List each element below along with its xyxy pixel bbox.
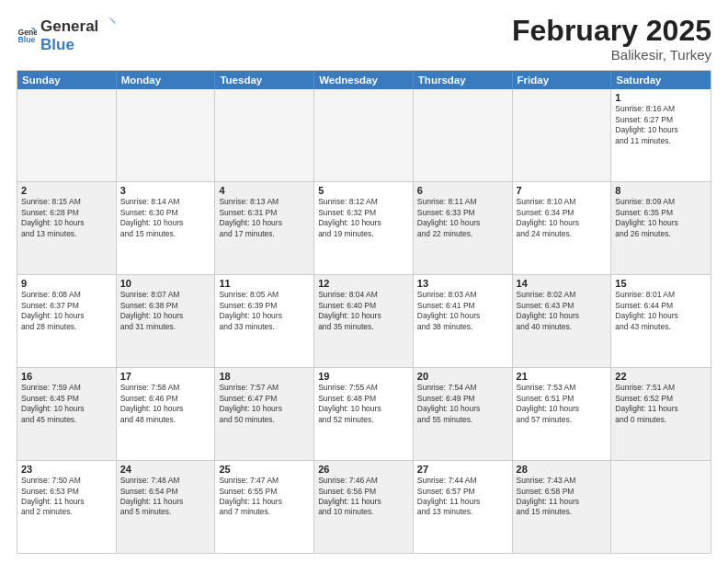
day-number-19: 19 bbox=[318, 371, 409, 382]
cal-cell-4-5: 28Sunrise: 7:43 AM Sunset: 6:58 PM Dayli… bbox=[513, 461, 612, 553]
cell-text-1-5: Sunrise: 8:10 AM Sunset: 6:34 PM Dayligh… bbox=[517, 197, 608, 239]
cal-cell-1-0: 2Sunrise: 8:15 AM Sunset: 6:28 PM Daylig… bbox=[17, 182, 117, 274]
cal-cell-3-1: 17Sunrise: 7:58 AM Sunset: 6:46 PM Dayli… bbox=[117, 368, 216, 460]
header-cell-thursday: Thursday bbox=[414, 71, 513, 89]
day-number-23: 23 bbox=[21, 464, 112, 475]
cal-cell-2-1: 10Sunrise: 8:07 AM Sunset: 6:38 PM Dayli… bbox=[117, 275, 216, 367]
cell-text-2-4: Sunrise: 8:03 AM Sunset: 6:41 PM Dayligh… bbox=[417, 290, 508, 332]
day-number-7: 7 bbox=[517, 185, 608, 196]
logo-wordmark: General Blue bbox=[40, 15, 117, 54]
cal-cell-0-5 bbox=[513, 89, 612, 181]
cal-cell-2-5: 14Sunrise: 8:02 AM Sunset: 6:43 PM Dayli… bbox=[513, 275, 612, 367]
day-number-11: 11 bbox=[219, 278, 310, 289]
cell-text-3-1: Sunrise: 7:58 AM Sunset: 6:46 PM Dayligh… bbox=[120, 383, 211, 425]
cell-text-4-5: Sunrise: 7:43 AM Sunset: 6:58 PM Dayligh… bbox=[517, 476, 608, 518]
day-number-22: 22 bbox=[615, 371, 707, 382]
header-cell-sunday: Sunday bbox=[17, 71, 117, 89]
svg-text:Blue: Blue bbox=[18, 34, 36, 43]
title-location: Balikesir, Turkey bbox=[512, 47, 711, 63]
day-number-18: 18 bbox=[219, 371, 310, 382]
cal-cell-3-2: 18Sunrise: 7:57 AM Sunset: 6:47 PM Dayli… bbox=[215, 368, 314, 460]
cal-cell-2-4: 13Sunrise: 8:03 AM Sunset: 6:41 PM Dayli… bbox=[414, 275, 513, 367]
day-number-8: 8 bbox=[615, 185, 707, 196]
calendar-row-3: 16Sunrise: 7:59 AM Sunset: 6:45 PM Dayli… bbox=[17, 368, 711, 461]
cal-cell-0-2 bbox=[215, 89, 314, 181]
cell-text-4-3: Sunrise: 7:46 AM Sunset: 6:56 PM Dayligh… bbox=[318, 476, 409, 518]
cal-cell-4-4: 27Sunrise: 7:44 AM Sunset: 6:57 PM Dayli… bbox=[414, 461, 513, 553]
logo-icon: General Blue bbox=[17, 25, 37, 45]
logo-general: General bbox=[40, 17, 98, 36]
cal-cell-2-2: 11Sunrise: 8:05 AM Sunset: 6:39 PM Dayli… bbox=[215, 275, 314, 367]
cal-cell-1-5: 7Sunrise: 8:10 AM Sunset: 6:34 PM Daylig… bbox=[513, 182, 612, 274]
cal-cell-0-3 bbox=[314, 89, 414, 181]
calendar-row-4: 23Sunrise: 7:50 AM Sunset: 6:53 PM Dayli… bbox=[17, 461, 711, 553]
cal-cell-3-0: 16Sunrise: 7:59 AM Sunset: 6:45 PM Dayli… bbox=[17, 368, 117, 460]
cal-cell-0-1 bbox=[117, 89, 216, 181]
day-number-3: 3 bbox=[120, 185, 211, 196]
header-cell-friday: Friday bbox=[513, 71, 612, 89]
cell-text-3-5: Sunrise: 7:53 AM Sunset: 6:51 PM Dayligh… bbox=[517, 383, 608, 425]
cal-cell-2-3: 12Sunrise: 8:04 AM Sunset: 6:40 PM Dayli… bbox=[314, 275, 414, 367]
cell-text-1-2: Sunrise: 8:13 AM Sunset: 6:31 PM Dayligh… bbox=[219, 197, 310, 239]
day-number-16: 16 bbox=[21, 371, 112, 382]
cal-cell-0-6: 1Sunrise: 8:16 AM Sunset: 6:27 PM Daylig… bbox=[611, 89, 711, 181]
cell-text-1-3: Sunrise: 8:12 AM Sunset: 6:32 PM Dayligh… bbox=[318, 197, 409, 239]
day-number-26: 26 bbox=[318, 464, 409, 475]
cal-cell-1-6: 8Sunrise: 8:09 AM Sunset: 6:35 PM Daylig… bbox=[611, 182, 711, 274]
day-number-27: 27 bbox=[417, 464, 508, 475]
day-number-6: 6 bbox=[417, 185, 508, 196]
calendar-header: SundayMondayTuesdayWednesdayThursdayFrid… bbox=[17, 71, 711, 89]
cell-text-1-6: Sunrise: 8:09 AM Sunset: 6:35 PM Dayligh… bbox=[615, 197, 707, 239]
cal-cell-4-0: 23Sunrise: 7:50 AM Sunset: 6:53 PM Dayli… bbox=[17, 461, 117, 553]
page: General Blue General Blue Februar bbox=[0, 0, 728, 563]
cell-text-1-4: Sunrise: 8:11 AM Sunset: 6:33 PM Dayligh… bbox=[417, 197, 508, 239]
cal-cell-0-4 bbox=[414, 89, 513, 181]
calendar: SundayMondayTuesdayWednesdayThursdayFrid… bbox=[17, 70, 711, 554]
cell-text-3-0: Sunrise: 7:59 AM Sunset: 6:45 PM Dayligh… bbox=[21, 383, 112, 425]
cal-cell-3-6: 22Sunrise: 7:51 AM Sunset: 6:52 PM Dayli… bbox=[611, 368, 711, 460]
day-number-13: 13 bbox=[417, 278, 508, 289]
calendar-row-0: 1Sunrise: 8:16 AM Sunset: 6:27 PM Daylig… bbox=[17, 89, 711, 182]
cell-text-3-4: Sunrise: 7:54 AM Sunset: 6:49 PM Dayligh… bbox=[417, 383, 508, 425]
cal-cell-3-3: 19Sunrise: 7:55 AM Sunset: 6:48 PM Dayli… bbox=[314, 368, 414, 460]
cal-cell-4-6 bbox=[611, 461, 711, 553]
cal-cell-4-1: 24Sunrise: 7:48 AM Sunset: 6:54 PM Dayli… bbox=[117, 461, 216, 553]
cell-text-1-0: Sunrise: 8:15 AM Sunset: 6:28 PM Dayligh… bbox=[21, 197, 112, 239]
cal-cell-1-1: 3Sunrise: 8:14 AM Sunset: 6:30 PM Daylig… bbox=[117, 182, 216, 274]
cal-cell-2-6: 15Sunrise: 8:01 AM Sunset: 6:44 PM Dayli… bbox=[611, 275, 711, 367]
cal-cell-3-4: 20Sunrise: 7:54 AM Sunset: 6:49 PM Dayli… bbox=[414, 368, 513, 460]
calendar-row-1: 2Sunrise: 8:15 AM Sunset: 6:28 PM Daylig… bbox=[17, 182, 711, 275]
header-cell-wednesday: Wednesday bbox=[314, 71, 414, 89]
cell-text-2-5: Sunrise: 8:02 AM Sunset: 6:43 PM Dayligh… bbox=[517, 290, 608, 332]
header-cell-monday: Monday bbox=[117, 71, 216, 89]
calendar-body: 1Sunrise: 8:16 AM Sunset: 6:27 PM Daylig… bbox=[17, 89, 711, 553]
calendar-row-2: 9Sunrise: 8:08 AM Sunset: 6:37 PM Daylig… bbox=[17, 275, 711, 368]
cell-text-3-6: Sunrise: 7:51 AM Sunset: 6:52 PM Dayligh… bbox=[615, 383, 707, 425]
cell-text-0-6: Sunrise: 8:16 AM Sunset: 6:27 PM Dayligh… bbox=[615, 104, 707, 146]
cell-text-4-1: Sunrise: 7:48 AM Sunset: 6:54 PM Dayligh… bbox=[120, 476, 211, 518]
title-section: February 2025 Balikesir, Turkey bbox=[512, 15, 711, 63]
title-month: February 2025 bbox=[512, 15, 711, 47]
cal-cell-1-4: 6Sunrise: 8:11 AM Sunset: 6:33 PM Daylig… bbox=[414, 182, 513, 274]
cell-text-4-2: Sunrise: 7:47 AM Sunset: 6:55 PM Dayligh… bbox=[219, 476, 310, 518]
day-number-24: 24 bbox=[120, 464, 211, 475]
cal-cell-1-2: 4Sunrise: 8:13 AM Sunset: 6:31 PM Daylig… bbox=[215, 182, 314, 274]
cal-cell-4-3: 26Sunrise: 7:46 AM Sunset: 6:56 PM Dayli… bbox=[314, 461, 414, 553]
cell-text-2-0: Sunrise: 8:08 AM Sunset: 6:37 PM Dayligh… bbox=[21, 290, 112, 332]
day-number-12: 12 bbox=[318, 278, 409, 289]
cal-cell-0-0 bbox=[17, 89, 117, 181]
day-number-1: 1 bbox=[615, 92, 707, 103]
cell-text-1-1: Sunrise: 8:14 AM Sunset: 6:30 PM Dayligh… bbox=[120, 197, 211, 239]
svg-marker-4 bbox=[108, 17, 116, 23]
logo-bird bbox=[99, 15, 116, 31]
cell-text-4-0: Sunrise: 7:50 AM Sunset: 6:53 PM Dayligh… bbox=[21, 476, 112, 518]
logo: General Blue General Blue bbox=[17, 15, 117, 54]
cell-text-2-2: Sunrise: 8:05 AM Sunset: 6:39 PM Dayligh… bbox=[219, 290, 310, 332]
header-cell-saturday: Saturday bbox=[611, 71, 711, 89]
top-section: General Blue General Blue Februar bbox=[17, 15, 711, 63]
cal-cell-4-2: 25Sunrise: 7:47 AM Sunset: 6:55 PM Dayli… bbox=[215, 461, 314, 553]
day-number-17: 17 bbox=[120, 371, 211, 382]
day-number-28: 28 bbox=[517, 464, 608, 475]
cell-text-2-6: Sunrise: 8:01 AM Sunset: 6:44 PM Dayligh… bbox=[615, 290, 707, 332]
day-number-10: 10 bbox=[120, 278, 211, 289]
